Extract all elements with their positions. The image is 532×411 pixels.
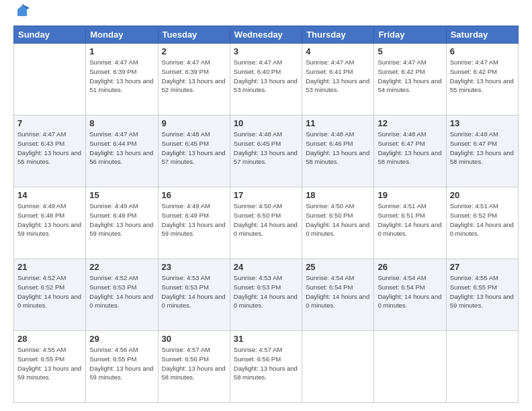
day-info: Sunrise: 4:49 AMSunset: 6:48 PMDaylight:… bbox=[17, 201, 82, 238]
calendar: SundayMondayTuesdayWednesdayThursdayFrid… bbox=[13, 26, 519, 403]
day-info: Sunrise: 4:57 AMSunset: 6:56 PMDaylight:… bbox=[234, 345, 298, 382]
day-info: Sunrise: 4:47 AMSunset: 6:39 PMDaylight:… bbox=[89, 58, 154, 95]
week-row-3: 14Sunrise: 4:49 AMSunset: 6:48 PMDayligh… bbox=[14, 187, 519, 259]
day-info: Sunrise: 4:47 AMSunset: 6:41 PMDaylight:… bbox=[306, 58, 370, 95]
day-cell-21: 21Sunrise: 4:52 AMSunset: 6:52 PMDayligh… bbox=[14, 259, 86, 331]
day-info: Sunrise: 4:48 AMSunset: 6:47 PMDaylight:… bbox=[378, 130, 442, 167]
day-number: 25 bbox=[306, 262, 370, 272]
day-info: Sunrise: 4:52 AMSunset: 6:53 PMDaylight:… bbox=[89, 273, 154, 310]
day-cell-23: 23Sunrise: 4:53 AMSunset: 6:53 PMDayligh… bbox=[158, 259, 230, 331]
day-info: Sunrise: 4:56 AMSunset: 6:55 PMDaylight:… bbox=[89, 345, 154, 382]
day-number: 15 bbox=[89, 190, 154, 200]
day-cell-9: 9Sunrise: 4:48 AMSunset: 6:45 PMDaylight… bbox=[158, 116, 230, 187]
day-number: 30 bbox=[162, 334, 226, 344]
day-info: Sunrise: 4:55 AMSunset: 6:55 PMDaylight:… bbox=[17, 345, 82, 382]
week-row-5: 28Sunrise: 4:55 AMSunset: 6:55 PMDayligh… bbox=[14, 331, 519, 403]
day-info: Sunrise: 4:50 AMSunset: 6:50 PMDaylight:… bbox=[306, 201, 370, 238]
day-cell-7: 7Sunrise: 4:47 AMSunset: 6:43 PMDaylight… bbox=[14, 116, 86, 187]
day-number: 9 bbox=[162, 118, 226, 128]
day-number: 1 bbox=[89, 46, 154, 56]
day-cell-20: 20Sunrise: 4:51 AMSunset: 6:52 PMDayligh… bbox=[446, 187, 518, 259]
day-cell-25: 25Sunrise: 4:54 AMSunset: 6:54 PMDayligh… bbox=[302, 259, 374, 331]
day-cell-3: 3Sunrise: 4:47 AMSunset: 6:40 PMDaylight… bbox=[230, 44, 302, 116]
day-cell-2: 2Sunrise: 4:47 AMSunset: 6:39 PMDaylight… bbox=[158, 44, 230, 116]
col-header-thursday: Thursday bbox=[302, 26, 374, 44]
day-cell-6: 6Sunrise: 4:47 AMSunset: 6:42 PMDaylight… bbox=[446, 44, 518, 116]
week-row-4: 21Sunrise: 4:52 AMSunset: 6:52 PMDayligh… bbox=[14, 259, 519, 331]
day-cell-10: 10Sunrise: 4:48 AMSunset: 6:45 PMDayligh… bbox=[230, 116, 302, 187]
day-cell-15: 15Sunrise: 4:49 AMSunset: 6:49 PMDayligh… bbox=[86, 187, 158, 259]
day-info: Sunrise: 4:52 AMSunset: 6:52 PMDaylight:… bbox=[17, 273, 82, 310]
day-number: 5 bbox=[378, 46, 442, 56]
day-info: Sunrise: 4:54 AMSunset: 6:54 PMDaylight:… bbox=[378, 273, 442, 310]
day-cell-17: 17Sunrise: 4:50 AMSunset: 6:50 PMDayligh… bbox=[230, 187, 302, 259]
day-info: Sunrise: 4:57 AMSunset: 6:56 PMDaylight:… bbox=[162, 345, 226, 382]
day-number: 14 bbox=[17, 190, 82, 200]
header-row: SundayMondayTuesdayWednesdayThursdayFrid… bbox=[14, 26, 519, 44]
day-number: 13 bbox=[450, 118, 515, 128]
day-info: Sunrise: 4:48 AMSunset: 6:47 PMDaylight:… bbox=[450, 130, 515, 167]
day-info: Sunrise: 4:51 AMSunset: 6:51 PMDaylight:… bbox=[378, 201, 442, 238]
day-number: 4 bbox=[306, 46, 370, 56]
day-info: Sunrise: 4:47 AMSunset: 6:42 PMDaylight:… bbox=[450, 58, 515, 95]
week-row-2: 7Sunrise: 4:47 AMSunset: 6:43 PMDaylight… bbox=[14, 116, 519, 187]
day-info: Sunrise: 4:47 AMSunset: 6:40 PMDaylight:… bbox=[234, 58, 298, 95]
day-cell-13: 13Sunrise: 4:48 AMSunset: 6:47 PMDayligh… bbox=[446, 116, 518, 187]
day-cell-16: 16Sunrise: 4:49 AMSunset: 6:49 PMDayligh… bbox=[158, 187, 230, 259]
day-cell-5: 5Sunrise: 4:47 AMSunset: 6:42 PMDaylight… bbox=[374, 44, 446, 116]
day-cell-1: 1Sunrise: 4:47 AMSunset: 6:39 PMDaylight… bbox=[86, 44, 158, 116]
day-cell-30: 30Sunrise: 4:57 AMSunset: 6:56 PMDayligh… bbox=[158, 331, 230, 403]
day-info: Sunrise: 4:47 AMSunset: 6:39 PMDaylight:… bbox=[162, 58, 226, 95]
day-number: 27 bbox=[450, 262, 515, 272]
day-number: 17 bbox=[234, 190, 298, 200]
col-header-friday: Friday bbox=[374, 26, 446, 44]
day-info: Sunrise: 4:47 AMSunset: 6:43 PMDaylight:… bbox=[17, 130, 82, 167]
day-number: 20 bbox=[450, 190, 515, 200]
day-cell-26: 26Sunrise: 4:54 AMSunset: 6:54 PMDayligh… bbox=[374, 259, 446, 331]
day-info: Sunrise: 4:47 AMSunset: 6:42 PMDaylight:… bbox=[378, 58, 442, 95]
day-number: 7 bbox=[17, 118, 82, 128]
day-number: 8 bbox=[89, 118, 154, 128]
day-cell-12: 12Sunrise: 4:48 AMSunset: 6:47 PMDayligh… bbox=[374, 116, 446, 187]
page: SundayMondayTuesdayWednesdayThursdayFrid… bbox=[0, 0, 532, 411]
day-cell-11: 11Sunrise: 4:48 AMSunset: 6:46 PMDayligh… bbox=[302, 116, 374, 187]
day-number: 29 bbox=[89, 334, 154, 344]
day-info: Sunrise: 4:48 AMSunset: 6:46 PMDaylight:… bbox=[306, 130, 370, 167]
day-cell-31: 31Sunrise: 4:57 AMSunset: 6:56 PMDayligh… bbox=[230, 331, 302, 403]
day-info: Sunrise: 4:50 AMSunset: 6:50 PMDaylight:… bbox=[234, 201, 298, 238]
day-cell-8: 8Sunrise: 4:47 AMSunset: 6:44 PMDaylight… bbox=[86, 116, 158, 187]
day-info: Sunrise: 4:54 AMSunset: 6:54 PMDaylight:… bbox=[306, 273, 370, 310]
day-cell-24: 24Sunrise: 4:53 AMSunset: 6:53 PMDayligh… bbox=[230, 259, 302, 331]
day-info: Sunrise: 4:55 AMSunset: 6:55 PMDaylight:… bbox=[450, 273, 515, 310]
empty-cell bbox=[446, 331, 518, 403]
day-cell-27: 27Sunrise: 4:55 AMSunset: 6:55 PMDayligh… bbox=[446, 259, 518, 331]
col-header-tuesday: Tuesday bbox=[158, 26, 230, 44]
day-cell-18: 18Sunrise: 4:50 AMSunset: 6:50 PMDayligh… bbox=[302, 187, 374, 259]
day-info: Sunrise: 4:48 AMSunset: 6:45 PMDaylight:… bbox=[234, 130, 298, 167]
day-cell-14: 14Sunrise: 4:49 AMSunset: 6:48 PMDayligh… bbox=[14, 187, 86, 259]
day-number: 11 bbox=[306, 118, 370, 128]
day-cell-28: 28Sunrise: 4:55 AMSunset: 6:55 PMDayligh… bbox=[14, 331, 86, 403]
col-header-monday: Monday bbox=[86, 26, 158, 44]
day-number: 22 bbox=[89, 262, 154, 272]
day-number: 19 bbox=[378, 190, 442, 200]
day-number: 18 bbox=[306, 190, 370, 200]
col-header-wednesday: Wednesday bbox=[230, 26, 302, 44]
day-number: 2 bbox=[162, 46, 226, 56]
col-header-sunday: Sunday bbox=[14, 26, 86, 44]
day-number: 28 bbox=[17, 334, 82, 344]
day-number: 24 bbox=[234, 262, 298, 272]
day-info: Sunrise: 4:49 AMSunset: 6:49 PMDaylight:… bbox=[89, 201, 154, 238]
day-info: Sunrise: 4:53 AMSunset: 6:53 PMDaylight:… bbox=[234, 273, 298, 310]
day-info: Sunrise: 4:49 AMSunset: 6:49 PMDaylight:… bbox=[162, 201, 226, 238]
header bbox=[13, 11, 519, 19]
day-info: Sunrise: 4:53 AMSunset: 6:53 PMDaylight:… bbox=[162, 273, 226, 310]
day-info: Sunrise: 4:48 AMSunset: 6:45 PMDaylight:… bbox=[162, 130, 226, 167]
day-cell-4: 4Sunrise: 4:47 AMSunset: 6:41 PMDaylight… bbox=[302, 44, 374, 116]
empty-cell bbox=[14, 44, 86, 116]
day-number: 23 bbox=[162, 262, 226, 272]
day-cell-29: 29Sunrise: 4:56 AMSunset: 6:55 PMDayligh… bbox=[86, 331, 158, 403]
day-number: 26 bbox=[378, 262, 442, 272]
day-number: 3 bbox=[234, 46, 298, 56]
logo-icon bbox=[15, 4, 30, 19]
